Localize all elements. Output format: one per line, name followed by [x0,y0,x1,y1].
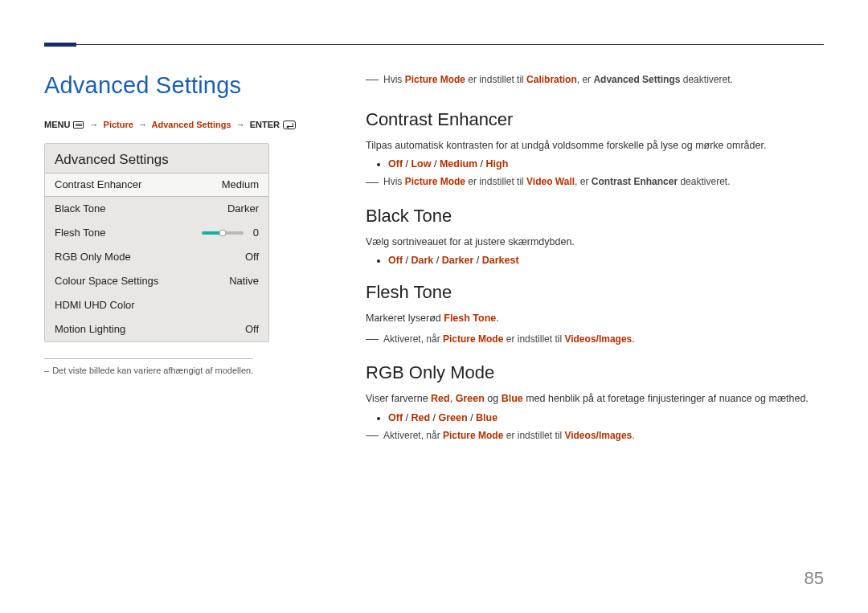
dash-icon [366,80,379,80]
arrow-icon: → [236,120,245,129]
row-label: RGB Only Mode [55,251,131,263]
t: Hvis [383,74,405,85]
top-rule [44,44,824,45]
t: er indstillet til [465,74,526,85]
heading-contrast-enhancer: Contrast Enhancer [366,109,824,130]
top-note: Hvis Picture Mode er indstillet til Cali… [366,72,824,87]
t: Videos/Images [564,430,632,441]
dash-icon [366,339,379,340]
contrast-note: Hvis Picture Mode er indstillet til Vide… [366,174,824,190]
t: Video Wall [526,176,575,187]
t: Viser farverne [366,393,431,404]
t: med henblik på at foretage finjusteringe… [523,393,809,404]
contrast-desc: Tilpas automatisk kontrasten for at undg… [366,138,824,153]
breadcrumb-menu: MENU [44,120,70,129]
note-divider [44,358,253,359]
rgb-options: Off / Red / Green / Blue [388,412,824,423]
t: , er [575,176,592,187]
row-label: Colour Space Settings [55,275,158,287]
page-number: 85 [805,568,824,589]
opt: Darker [442,255,474,266]
breadcrumb: MENU → Picture → Advanced Settings → ENT… [44,118,317,132]
arrow-icon: → [90,120,99,129]
arrow-icon: → [138,120,147,129]
opt: Blue [476,412,497,423]
black-desc: Vælg sortniveauet for at justere skærmdy… [366,235,824,250]
row-motion-lighting[interactable]: Motion Lighting Off [45,317,268,341]
row-rgb-only[interactable]: RGB Only Mode Off [45,245,268,269]
breadcrumb-advanced: Advanced Settings [152,120,231,129]
slider-track [202,231,244,235]
opt: Off [388,255,403,266]
row-value: Native [229,275,259,287]
t: Markeret lyserød [366,313,444,324]
t: . [496,313,498,324]
row-hdmi-uhd[interactable]: HDMI UHD Color [45,293,268,317]
t: Blue [502,393,523,404]
t: Videos/Images [564,333,632,345]
row-label: Contrast Enhancer [55,178,141,190]
row-label: Motion Lighting [55,323,125,335]
opt: Green [439,412,468,423]
t: er indstillet til [503,430,564,441]
rgb-desc: Viser farverne Red, Green og Blue med he… [366,391,824,407]
t: Hvis [383,176,405,187]
dash-icon [366,182,379,183]
t: og [485,393,502,404]
enter-icon [283,121,296,129]
panel-title: Advanced Settings [45,144,268,173]
t: Aktiveret, når [383,430,443,441]
t: Aktiveret, når [383,333,443,345]
t: er indstillet til [503,333,564,345]
breadcrumb-enter: ENTER [250,120,280,129]
row-black-tone[interactable]: Black Tone Darker [45,197,268,221]
opt: Darkest [482,255,519,266]
t: Picture Mode [405,74,465,85]
t: Calibration [526,74,577,85]
row-contrast-enhancer[interactable]: Contrast Enhancer Medium [45,173,268,197]
t: deaktiveret. [678,176,730,187]
t: Picture Mode [443,333,503,345]
row-flesh-tone[interactable]: Flesh Tone 0 [45,221,268,245]
t: , er [577,74,594,85]
row-colour-space[interactable]: Colour Space Settings Native [45,269,268,293]
slider-thumb[interactable] [219,229,226,236]
flesh-note: Aktiveret, når Picture Mode er indstille… [366,332,824,347]
settings-panel: Advanced Settings Contrast Enhancer Medi… [44,143,269,342]
menu-icon [73,121,84,129]
flesh-desc: Markeret lyserød Flesh Tone. [366,311,824,326]
t: er indstillet til [465,176,526,187]
panel-note: –Det viste billede kan variere afhængigt… [44,366,317,375]
opt: Off [388,412,403,423]
t: Picture Mode [405,176,465,187]
heading-rgb-only: RGB Only Mode [366,362,824,383]
dash-icon [366,435,379,436]
rgb-note: Aktiveret, når Picture Mode er indstille… [366,428,824,443]
t: . [632,333,634,345]
row-value: 0 [253,227,259,239]
t: Contrast Enhancer [592,176,678,187]
page-title: Advanced Settings [44,72,317,99]
row-label: Flesh Tone [55,227,105,239]
t: Red [431,393,450,404]
row-value: Off [245,251,259,263]
heading-flesh-tone: Flesh Tone [366,282,824,303]
t: Green [456,393,485,404]
opt: Off [388,158,403,170]
row-value: Medium [222,178,259,190]
breadcrumb-picture: Picture [104,120,133,129]
t: deaktiveret. [680,74,732,85]
t: Flesh Tone [444,313,496,324]
panel-note-text: Det viste billede kan variere afhængigt … [52,366,253,375]
black-options: Off / Dark / Darker / Darkest [388,255,824,266]
opt: Dark [411,255,433,266]
row-label: Black Tone [55,202,105,215]
t: , [450,393,456,404]
opt: High [486,158,509,170]
t: Picture Mode [443,430,503,441]
heading-black-tone: Black Tone [366,206,824,227]
row-value: Darker [227,202,259,215]
opt: Red [411,412,430,423]
opt: Low [411,158,431,170]
flesh-tone-slider[interactable]: 0 [202,227,259,239]
